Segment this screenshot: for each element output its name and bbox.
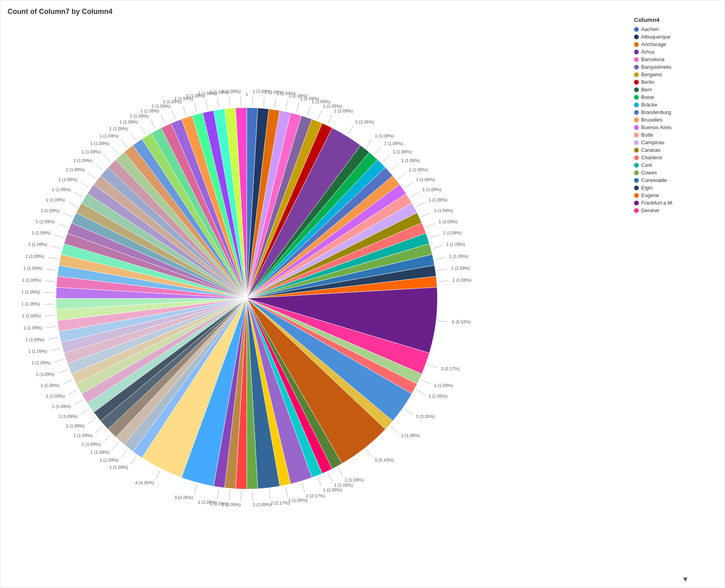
legend-item: Albuquerque	[634, 34, 717, 40]
leader-line	[68, 202, 77, 207]
pie-label: 1 (1.09%)	[429, 394, 448, 398]
leader-line	[307, 106, 311, 116]
leader-line	[348, 126, 353, 134]
legend-color-dot	[634, 155, 639, 160]
legend-color-dot	[634, 125, 639, 130]
pie-label: 1 (1.09%)	[288, 498, 307, 503]
legend-item-label: Butte	[641, 132, 653, 138]
leader-line	[121, 139, 128, 147]
pie-label: 1 (1.09%)	[429, 197, 448, 202]
pie-label: 1 (1.09%)	[23, 266, 43, 271]
pie-label: 1 (1.09%)	[119, 120, 138, 124]
leader-line	[151, 120, 155, 129]
pie-label: 1 (1.09%)	[109, 465, 128, 470]
legend-color-dot	[634, 27, 639, 32]
legend-item: Charleroi	[634, 155, 717, 161]
leader-line	[286, 100, 288, 110]
legend-item: Brandenburg	[634, 109, 717, 115]
legend-color-dot	[634, 208, 639, 213]
leader-line	[328, 115, 333, 124]
leader-line	[426, 224, 435, 227]
leader-line	[48, 337, 58, 339]
legend-item: Barquisimeto	[634, 64, 717, 70]
legend-color-dot	[634, 133, 639, 137]
legend-color-dot	[634, 50, 639, 54]
leader-line	[435, 257, 445, 259]
leader-line	[391, 426, 398, 433]
leader-line	[103, 155, 110, 162]
leader-line	[130, 456, 136, 464]
leader-line	[44, 304, 54, 304]
legend-item: Berlin	[634, 79, 717, 85]
leader-line	[112, 147, 119, 155]
leader-line	[318, 110, 321, 119]
legend-color-dot	[634, 193, 639, 198]
pie-label: 1 (1.09%)	[41, 383, 60, 388]
leader-line	[68, 390, 77, 395]
legend-item-label: Charleroi	[641, 155, 662, 161]
legend-item: Campinas	[634, 139, 717, 145]
pie-label: 1 (1.09%)	[100, 458, 119, 462]
leader-line	[74, 400, 83, 405]
legend-item-label: Barquisimeto	[641, 64, 671, 70]
legend-item: Frankfurt a.M.	[634, 200, 717, 206]
legend-item-label: Bern	[641, 87, 652, 93]
pie-label: 1 (1.09%)	[58, 177, 77, 182]
leader-line	[429, 235, 439, 238]
pie-label: 1 (1.09%)	[401, 433, 420, 438]
leader-line	[63, 213, 72, 217]
leader-line	[263, 97, 264, 106]
legend-color-dot	[634, 65, 639, 70]
leader-line	[51, 348, 60, 351]
pie-label: 1 (1.09%)	[130, 114, 149, 118]
legend-item: Anchorage	[634, 41, 717, 47]
pie-label: 1 (1.09%)	[409, 167, 428, 172]
pie-label: 1 (1.09%)	[46, 197, 65, 202]
pie-label: 1 (1.09%)	[82, 442, 101, 447]
pie-label: 1 (1.09%)	[28, 349, 47, 354]
leader-line	[269, 490, 270, 500]
legend-color-dot	[634, 42, 639, 47]
leader-line	[140, 126, 145, 134]
pie-label: 1 (1.09%)	[222, 89, 241, 94]
legend-item-label: Anchorage	[641, 41, 666, 47]
pie-label: 1 (1.09%)	[82, 149, 101, 154]
legend-item-label: Albuquerque	[641, 34, 671, 40]
leader-line	[241, 96, 241, 106]
pie-label: 1 (1.09%)	[393, 149, 412, 154]
leader-line	[286, 487, 288, 497]
legend-item: Caracas	[634, 147, 717, 153]
pie-label: 1 (1.09%)	[36, 372, 55, 377]
leader-line	[375, 147, 381, 155]
leader-line	[438, 321, 448, 322]
legend-color-dot	[634, 170, 639, 175]
legend-item: Bruxelles	[634, 117, 717, 123]
pie-label: 1 (1.09%)	[52, 404, 71, 409]
scroll-down-arrow[interactable]: ▼	[682, 575, 689, 584]
pie-label: 1 (1.09%)	[443, 230, 462, 235]
pie-label: 1 (1.09%)	[100, 133, 119, 138]
pie-label: 1 (1.09%)	[452, 278, 472, 282]
legend-color-dot	[634, 201, 639, 205]
leader-line	[172, 110, 176, 119]
legend-title: Column4	[634, 16, 717, 23]
pie-label: 1 (1.09%)	[451, 266, 470, 271]
chart-title: Count of Column7 by Column4	[8, 8, 112, 16]
leader-line	[112, 442, 119, 450]
leader-line	[241, 491, 241, 501]
legend-item: Buenos Aires	[634, 124, 717, 130]
pie-label: 1 (1.09%)	[73, 433, 93, 438]
leader-line	[48, 257, 58, 259]
leader-line	[217, 98, 219, 108]
pie-label: 1 (1.09%)	[401, 158, 420, 163]
leader-line	[51, 246, 60, 248]
legend-color-dot	[634, 178, 639, 183]
pie-label: 4 (4.35%)	[135, 480, 154, 485]
pie-label: 3 (3.26%)	[174, 495, 193, 500]
legend-item: Eugene	[634, 192, 717, 198]
legend-item: Bräcke	[634, 102, 717, 108]
pie-label: 1 (1.09%)	[334, 108, 353, 113]
leader-line	[302, 483, 305, 493]
pie-label: 1 (1.09%)	[439, 219, 458, 224]
legend-item-label: Aachen	[641, 26, 659, 32]
